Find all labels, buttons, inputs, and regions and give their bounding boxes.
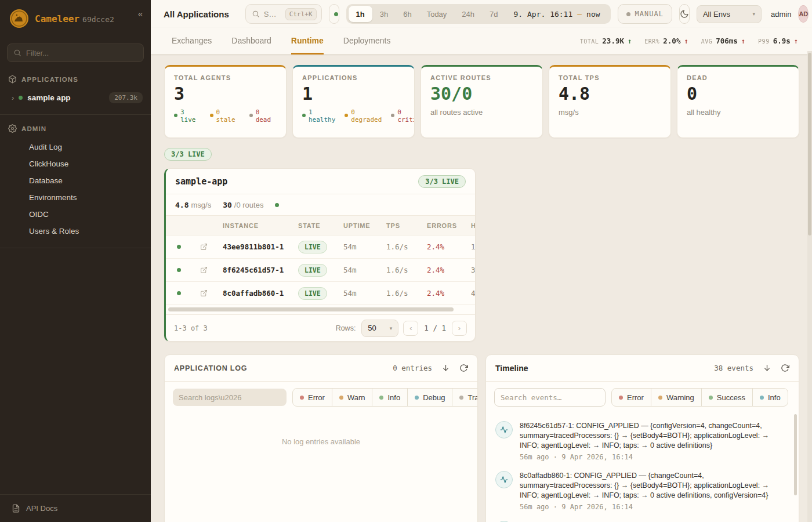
filter-trace[interactable]: Trace: [452, 388, 478, 407]
rows-per-page-select[interactable]: 50 ▾: [361, 320, 398, 337]
log-search-input[interactable]: [173, 389, 287, 406]
time-span-display[interactable]: 9. Apr. 16:11 — now: [506, 10, 608, 19]
sidebar-item-clickhouse[interactable]: ClickHouse: [0, 155, 151, 172]
sidebar-item-database[interactable]: Database: [0, 172, 151, 189]
refresh-icon[interactable]: [781, 364, 789, 372]
sidebar-item-oidc[interactable]: OIDC: [0, 206, 151, 223]
row-status-dot: [177, 291, 181, 295]
tab-deployments[interactable]: Deployments: [343, 28, 391, 55]
manual-refresh-button[interactable]: MANUAL: [618, 4, 672, 24]
tps: 1.6/s: [379, 242, 420, 251]
filter-success[interactable]: Success: [701, 388, 753, 407]
time-range-6h[interactable]: 6h: [396, 6, 419, 22]
timeline-toolbar: Error Warning Success Info: [486, 382, 799, 413]
box-icon: [8, 75, 17, 84]
card-subtext: all routes active: [430, 108, 533, 117]
refresh-icon[interactable]: [459, 364, 468, 372]
sidebar-item-users-roles[interactable]: Users & Roles: [0, 223, 151, 240]
instance-id: 8c0affadb860-1: [216, 289, 291, 298]
trend-up-icon: ↑: [628, 37, 632, 45]
card-value: 30/0: [430, 84, 533, 104]
table-row[interactable]: 43ee9811b801-1 LIVE 54m 1.6/s 2.4% 1: [166, 235, 476, 259]
env-select[interactable]: All Envs ▾: [697, 5, 762, 23]
filter-error[interactable]: Error: [611, 388, 651, 407]
external-link-icon[interactable]: [191, 243, 216, 251]
sidebar-item-environments[interactable]: Environments: [0, 189, 151, 206]
timeline-title: Timeline: [495, 364, 528, 373]
scrollbar-thumb[interactable]: [808, 53, 811, 235]
info-dot: [379, 396, 383, 400]
time-range-3h[interactable]: 3h: [372, 6, 396, 22]
avatar[interactable]: AD: [798, 5, 809, 23]
timeline-scrollbar-thumb[interactable]: [794, 414, 797, 495]
tab-runtime[interactable]: Runtime: [291, 28, 324, 55]
tabs-row: Exchanges Dashboard Runtime Deployments …: [151, 28, 812, 55]
timeline-event[interactable]: 8f6245c61d57-1: CONFIG_APPLIED — {config…: [495, 421, 786, 461]
page-title: All Applications: [164, 9, 229, 19]
online-status-pill[interactable]: O: [329, 4, 339, 24]
external-link-icon[interactable]: [191, 266, 216, 274]
filter-error[interactable]: Error: [292, 388, 332, 407]
tab-dashboard[interactable]: Dashboard: [231, 28, 271, 55]
table-row[interactable]: 8c0affadb860-1 LIVE 54m 1.6/s 2.4% 4: [166, 282, 476, 305]
download-icon[interactable]: [441, 364, 450, 372]
time-range-today[interactable]: Today: [419, 6, 455, 22]
rows-label: Rows:: [336, 324, 356, 332]
card-subtext: msg/s: [559, 108, 661, 117]
cameleer-logo-icon: [9, 9, 29, 28]
sidebar-filter[interactable]: [7, 44, 144, 62]
admin-nav: Audit Log ClickHouse Database Environmen…: [0, 137, 151, 248]
status-dot: [19, 96, 23, 100]
error-dot: [300, 396, 304, 400]
tps-value: 4.8: [175, 201, 188, 209]
stat-healthy: 1healthy: [302, 108, 335, 124]
heap: 4: [464, 289, 476, 298]
window-scrollbar[interactable]: [807, 51, 812, 522]
sidebar-item-sample-app[interactable]: › sample app 207.3k: [0, 88, 151, 107]
sidebar-collapse-icon[interactable]: «: [138, 9, 143, 19]
moon-icon: [680, 9, 689, 19]
filter-warning[interactable]: Warning: [651, 388, 702, 407]
instance-id: 8f6245c61d57-1: [216, 266, 291, 274]
scrollbar-thumb[interactable]: [168, 307, 454, 311]
time-range-1h[interactable]: 1h: [349, 6, 372, 22]
live-summary-badge[interactable]: 3/3 LIVE: [164, 148, 212, 161]
stat-label: ERR%: [644, 38, 659, 45]
gear-icon: [8, 124, 17, 133]
heap: 3: [464, 266, 476, 274]
filter-warn[interactable]: Warn: [332, 388, 373, 407]
horizontal-scrollbar[interactable]: [167, 307, 474, 313]
filter-info[interactable]: Info: [752, 388, 788, 407]
external-link-icon[interactable]: [191, 289, 216, 297]
caret-down-icon: ▾: [752, 11, 755, 17]
debug-dot: [415, 396, 419, 400]
time-range-7d[interactable]: 7d: [482, 6, 505, 22]
table-row[interactable]: 8f6245c61d57-1 LIVE 54m 1.6/s 2.4% 3: [166, 259, 476, 282]
caret-down-icon: ▾: [390, 325, 393, 331]
filter-info[interactable]: Info: [372, 388, 408, 407]
download-icon[interactable]: [763, 364, 771, 372]
timeline-event[interactable]: 8c0affadb860-1: CONFIG_APPLIED — {change…: [495, 471, 786, 511]
next-page-button[interactable]: ›: [452, 321, 467, 336]
expand-chevron-icon[interactable]: ›: [12, 93, 14, 102]
info-dot: [760, 396, 764, 400]
api-docs-link[interactable]: API Docs: [0, 494, 151, 522]
app-live-badge: 3/3 LIVE: [418, 175, 466, 188]
theme-toggle-button[interactable]: [679, 4, 690, 24]
sidebar-item-audit-log[interactable]: Audit Log: [0, 139, 151, 155]
timeline-search-input[interactable]: [494, 388, 606, 407]
prev-page-button[interactable]: ‹: [403, 321, 418, 336]
search-input[interactable]: [264, 10, 281, 19]
tab-exchanges[interactable]: Exchanges: [172, 28, 212, 55]
env-select-value: All Envs: [703, 10, 730, 19]
stat-degraded: 0degraded: [345, 108, 382, 124]
instance-id: 43ee9811b801-1: [216, 242, 291, 251]
topbar: All Applications Ctrl+K O 1h 3h 6h Today…: [151, 0, 812, 28]
global-search[interactable]: Ctrl+K: [245, 4, 322, 24]
log-panel-title: APPLICATION LOG: [174, 364, 247, 372]
time-range-24h[interactable]: 24h: [454, 6, 482, 22]
uptime: 54m: [336, 289, 379, 298]
app-title: sample-app: [175, 176, 227, 187]
filter-input[interactable]: [26, 49, 137, 57]
filter-debug[interactable]: Debug: [407, 388, 452, 407]
